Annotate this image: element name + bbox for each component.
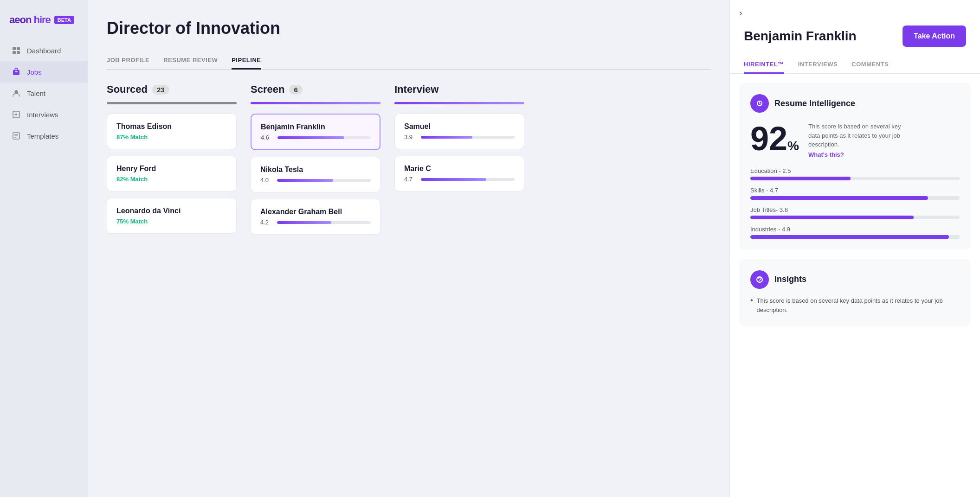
metric-bar-bg-skills (750, 196, 960, 200)
candidate-card-samuel[interactable]: Samuel 3.9 (394, 114, 524, 149)
col-header-screen: Screen 6 (251, 83, 380, 96)
sidebar-item-templates-label: Templates (27, 132, 58, 140)
panel-tab-hireintel[interactable]: HIREINTEL™ (744, 56, 784, 74)
take-action-button[interactable]: Take Action (903, 25, 966, 47)
metric-row-education: Education - 2.5 (750, 167, 960, 180)
panel-collapse-chevron[interactable]: › (739, 7, 742, 18)
page-title: Director of Innovation (107, 19, 711, 38)
svg-rect-5 (15, 71, 18, 72)
col-bar-interview (394, 102, 524, 104)
ri-score-desc-group: This score is based on several key data … (808, 122, 910, 158)
score-num: 4.6 (261, 134, 274, 141)
candidate-card-leonardo-da-vinci[interactable]: Leonardo da Vinci 75% Match (107, 198, 237, 234)
tab-pipeline[interactable]: PIPELINE (232, 52, 261, 70)
insights-text: This score is based on several key data … (757, 296, 960, 316)
score-bar-bg (277, 221, 371, 224)
metric-row-skills: Skills - 4.7 (750, 187, 960, 200)
svg-rect-2 (13, 51, 16, 54)
col-header-sourced: Sourced 23 (107, 83, 237, 96)
metric-bar-bg-industries (750, 235, 960, 239)
ri-header: Resume Intelligence (750, 94, 960, 113)
col-header-interview: Interview (394, 83, 524, 96)
score-bar-fill (277, 179, 333, 182)
pipeline: Sourced 23 Thomas Edison 87% Match Henry… (107, 83, 711, 241)
svg-rect-4 (13, 70, 19, 75)
sidebar-item-jobs[interactable]: Jobs (0, 61, 88, 83)
col-bar-screen (251, 102, 380, 104)
metric-label-job-titles: Job Titles- 3.8 (750, 206, 960, 213)
logo-area: aeon hire BETA (0, 9, 88, 40)
metric-bar-fill-skills (750, 196, 928, 200)
pipeline-col-sourced: Sourced 23 Thomas Edison 87% Match Henry… (107, 83, 237, 241)
tab-resume-review[interactable]: RESUME REVIEW (163, 52, 218, 70)
logo-text: aeon hire (9, 14, 51, 26)
metric-row-industries: Industries - 4.9 (750, 226, 960, 239)
ri-icon (750, 94, 769, 113)
panel-tabs: HIREINTEL™ INTERVIEWS COMMENTS (730, 56, 980, 74)
templates-icon (11, 131, 21, 141)
sidebar-item-templates[interactable]: Templates (0, 125, 88, 147)
candidate-card-henry-ford[interactable]: Henry Ford 82% Match (107, 156, 237, 191)
svg-rect-3 (17, 51, 20, 54)
metric-label-education: Education - 2.5 (750, 167, 960, 174)
pipeline-col-screen: Screen 6 Benjamin Franklin 4.6 Nikola Te… (251, 83, 380, 241)
metric-label-skills: Skills - 4.7 (750, 187, 960, 194)
ri-score-row: 92% This score is based on several key d… (750, 122, 960, 158)
col-title-screen: Screen (251, 83, 284, 96)
insights-bullet: This score is based on several key data … (750, 296, 960, 316)
panel-header: Benjamin Franklin Take Action (730, 25, 980, 56)
sidebar-item-talent[interactable]: Talent (0, 83, 88, 104)
sidebar-item-interviews[interactable]: Interviews (0, 104, 88, 125)
talent-icon (11, 88, 21, 98)
candidate-name: Leonardo da Vinci (116, 207, 227, 215)
insights-card: Insights This score is based on several … (739, 259, 971, 327)
ri-metrics: Education - 2.5 Skills - 4.7 Job Titles-… (750, 167, 960, 239)
sidebar-item-talent-label: Talent (27, 89, 45, 97)
svg-rect-1 (17, 47, 20, 50)
metric-bar-fill-job-titles (750, 216, 914, 219)
ri-score-big: 92 (750, 120, 787, 157)
candidate-card-marie-curie[interactable]: Marie C 4.7 (394, 156, 524, 191)
score-bar-fill (277, 221, 331, 224)
panel-top-bar: › (730, 0, 980, 25)
candidate-card-nikola-tesla[interactable]: Nikola Tesla 4.0 (251, 157, 380, 192)
main-content: Director of Innovation JOB PROFILE RESUM… (88, 0, 729, 497)
metric-bar-fill-industries (750, 235, 949, 239)
score-row: 3.9 (404, 134, 515, 140)
jobs-icon (11, 67, 21, 77)
candidate-name: Benjamin Franklin (261, 123, 370, 131)
main-tabs: JOB PROFILE RESUME REVIEW PIPELINE (107, 52, 711, 70)
sidebar-item-interviews-label: Interviews (27, 111, 58, 119)
insights-header: Insights (750, 270, 960, 289)
score-bar-fill (421, 136, 472, 139)
ri-whats-this-link[interactable]: What's this? (808, 151, 910, 158)
match-text: 82% Match (116, 176, 227, 183)
score-row: 4.0 (260, 177, 371, 184)
col-count-sourced: 23 (152, 85, 169, 95)
score-bar-fill (277, 136, 344, 139)
score-bar-bg (421, 178, 515, 181)
candidate-card-benjamin-franklin[interactable]: Benjamin Franklin 4.6 (251, 114, 380, 150)
panel-tab-interviews[interactable]: INTERVIEWS (798, 56, 838, 74)
ri-description: This score is based on several key data … (808, 122, 910, 149)
col-count-screen: 6 (289, 85, 302, 95)
sidebar-item-jobs-label: Jobs (27, 68, 42, 76)
candidate-name: Samuel (404, 122, 515, 131)
candidate-name: Marie C (404, 165, 515, 173)
score-num: 3.9 (404, 134, 417, 140)
tab-job-profile[interactable]: JOB PROFILE (107, 52, 149, 70)
score-num: 4.2 (260, 219, 273, 226)
dashboard-icon (11, 45, 21, 56)
sidebar-item-dashboard[interactable]: Dashboard (0, 40, 88, 61)
candidate-card-thomas-edison[interactable]: Thomas Edison 87% Match (107, 114, 237, 149)
score-row: 4.2 (260, 219, 371, 226)
candidate-card-alexander-graham-bell[interactable]: Alexander Graham Bell 4.2 (251, 199, 380, 235)
panel-candidate-name: Benjamin Franklin (744, 29, 857, 44)
metric-row-job-titles: Job Titles- 3.8 (750, 206, 960, 219)
candidate-name: Henry Ford (116, 165, 227, 173)
panel-tab-comments[interactable]: COMMENTS (851, 56, 889, 74)
ri-title: Resume Intelligence (774, 99, 855, 108)
score-num: 4.7 (404, 176, 417, 183)
metric-bar-bg-education (750, 177, 960, 180)
ri-score-pct-symbol: % (787, 139, 799, 153)
